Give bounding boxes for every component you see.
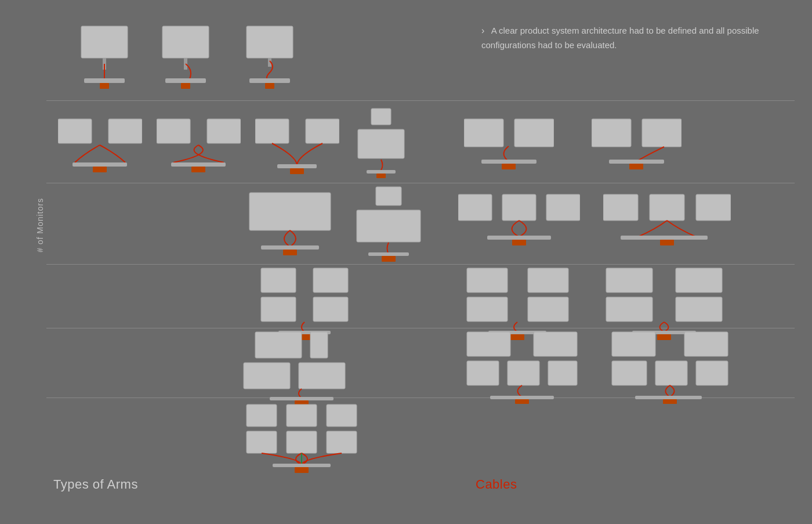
svg-rect-61 (467, 297, 507, 321)
svg-rect-20 (255, 119, 289, 143)
svg-rect-40 (357, 210, 420, 242)
svg-rect-19 (191, 167, 205, 172)
svg-rect-60 (528, 268, 568, 292)
svg-rect-56 (313, 297, 348, 321)
monitor-svg-2-2 (157, 113, 241, 189)
svg-rect-31 (502, 164, 516, 169)
svg-rect-93 (327, 404, 357, 427)
svg-rect-6 (165, 78, 206, 83)
svg-rect-22 (277, 164, 317, 168)
svg-rect-96 (327, 431, 357, 453)
svg-rect-37 (261, 245, 319, 250)
svg-rect-3 (100, 83, 109, 89)
svg-rect-0 (81, 26, 128, 58)
svg-rect-46 (487, 236, 551, 240)
monitor-svg-3-1 (232, 191, 348, 264)
svg-rect-39 (376, 187, 401, 205)
monitor-svg-5-1 (241, 331, 362, 406)
cables-label: Cables (476, 477, 517, 492)
svg-rect-49 (650, 194, 684, 221)
svg-rect-30 (481, 160, 536, 164)
svg-rect-68 (676, 297, 722, 321)
svg-rect-55 (261, 297, 296, 321)
svg-rect-48 (603, 194, 638, 221)
svg-rect-92 (287, 404, 317, 427)
svg-rect-53 (261, 268, 296, 292)
monitor-group-2-6 (592, 116, 682, 180)
svg-rect-2 (84, 78, 125, 83)
svg-rect-32 (592, 119, 631, 147)
quote-text: A clear product system architecture had … (481, 26, 759, 50)
svg-rect-80 (507, 361, 539, 385)
svg-rect-41 (368, 252, 409, 256)
monitor-svg-6-1 (244, 403, 360, 479)
monitor-svg-5-2 (464, 331, 580, 406)
svg-rect-47 (512, 240, 526, 245)
svg-rect-35 (629, 164, 643, 169)
svg-rect-89 (635, 396, 702, 399)
svg-rect-51 (621, 236, 708, 240)
monitor-group-5-3 (609, 331, 731, 406)
svg-rect-33 (642, 119, 682, 147)
monitor-svg-3-2 (354, 186, 423, 267)
svg-rect-54 (313, 268, 348, 292)
svg-rect-98 (295, 467, 309, 473)
svg-rect-90 (663, 399, 677, 404)
y-axis-label: # of Monitors (35, 198, 45, 252)
svg-rect-62 (528, 297, 568, 321)
svg-rect-16 (157, 119, 190, 143)
monitor-group-2-3 (255, 113, 339, 189)
monitor-group-1-2 (157, 23, 215, 99)
svg-rect-59 (467, 268, 507, 292)
svg-rect-14 (72, 162, 127, 167)
svg-rect-17 (207, 119, 241, 143)
svg-rect-94 (246, 431, 277, 453)
svg-rect-15 (93, 167, 107, 172)
svg-rect-52 (660, 240, 674, 245)
monitor-svg-1-2 (157, 23, 215, 99)
monitor-group-3-4 (603, 191, 731, 258)
monitor-group-2-2 (157, 113, 241, 189)
svg-rect-88 (696, 361, 728, 385)
monitor-svg-2-1 (58, 113, 142, 189)
svg-rect-45 (546, 194, 580, 221)
svg-rect-26 (367, 170, 396, 174)
svg-rect-38 (283, 250, 297, 255)
svg-rect-43 (458, 194, 492, 221)
monitor-group-2-4 (355, 107, 407, 189)
monitor-group-3-2 (354, 186, 423, 267)
svg-rect-91 (246, 404, 277, 427)
svg-rect-8 (246, 26, 293, 58)
svg-rect-11 (265, 83, 274, 89)
monitor-svg-2-5 (464, 116, 554, 180)
svg-rect-72 (310, 332, 328, 358)
svg-rect-81 (548, 361, 577, 385)
svg-rect-84 (612, 332, 655, 356)
svg-rect-23 (290, 168, 304, 174)
svg-rect-79 (467, 361, 499, 385)
monitor-svg-5-3 (609, 331, 731, 406)
svg-rect-42 (382, 256, 396, 262)
quote-arrow-icon: › (481, 26, 484, 35)
main-container: › A clear product system architecture ha… (0, 0, 812, 524)
monitor-group-6-1 (244, 403, 360, 479)
svg-rect-27 (376, 174, 386, 178)
svg-rect-25 (358, 129, 404, 158)
svg-rect-75 (270, 397, 334, 400)
svg-rect-87 (655, 361, 687, 385)
svg-rect-78 (534, 332, 577, 356)
svg-rect-34 (609, 160, 664, 164)
svg-rect-44 (502, 194, 536, 221)
svg-rect-83 (515, 399, 529, 404)
svg-rect-7 (181, 83, 190, 89)
monitor-group-1-3 (241, 23, 299, 99)
monitor-svg-1-3 (241, 23, 299, 99)
monitor-svg-3-4 (603, 191, 731, 258)
types-of-arms-label: Types of Arms (53, 477, 138, 492)
svg-rect-82 (490, 396, 554, 399)
svg-rect-71 (255, 332, 302, 358)
monitor-svg-2-3 (255, 113, 339, 189)
svg-rect-24 (371, 109, 391, 125)
monitor-group-5-1 (241, 331, 362, 406)
monitor-group-3-1 (232, 191, 348, 264)
